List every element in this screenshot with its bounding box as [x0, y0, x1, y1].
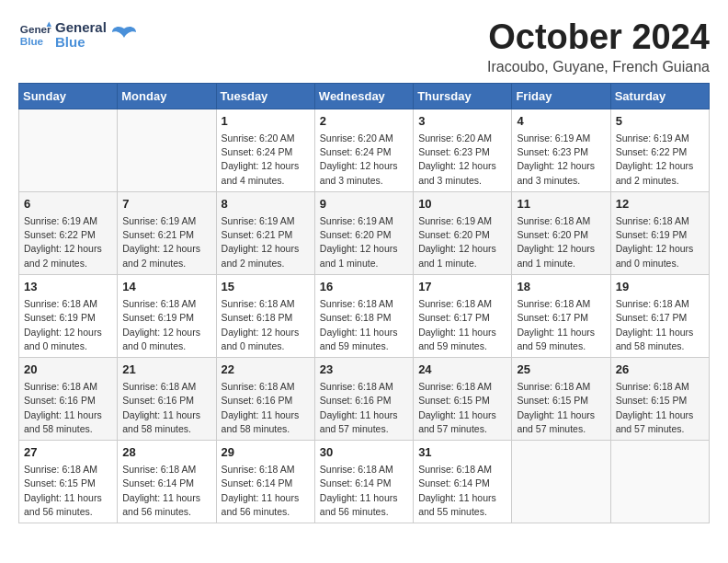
day-info: Sunrise: 6:18 AM Sunset: 6:16 PM Dayligh… [222, 380, 310, 436]
logo-general-text: General [55, 19, 107, 35]
calendar-day-15: 15Sunrise: 6:18 AM Sunset: 6:18 PM Dayli… [216, 274, 314, 357]
day-number: 17 [418, 279, 506, 295]
day-info: Sunrise: 6:20 AM Sunset: 6:24 PM Dayligh… [222, 132, 310, 188]
day-header-monday: Monday [118, 83, 216, 109]
day-number: 15 [222, 279, 310, 295]
calendar-day-1: 1Sunrise: 6:20 AM Sunset: 6:24 PM Daylig… [216, 109, 314, 191]
calendar-day-22: 22Sunrise: 6:18 AM Sunset: 6:16 PM Dayli… [216, 357, 314, 440]
calendar-day-23: 23Sunrise: 6:18 AM Sunset: 6:16 PM Dayli… [314, 357, 413, 440]
day-info: Sunrise: 6:19 AM Sunset: 6:21 PM Dayligh… [122, 214, 210, 270]
calendar-table: SundayMondayTuesdayWednesdayThursdayFrid… [18, 83, 710, 523]
main-title: October 2024 [487, 18, 710, 57]
calendar-day-10: 10Sunrise: 6:19 AM Sunset: 6:20 PM Dayli… [414, 191, 512, 274]
day-number: 31 [418, 444, 506, 461]
svg-text:General: General [20, 23, 51, 35]
subtitle: Iracoubo, Guyane, French Guiana [487, 59, 710, 75]
day-info: Sunrise: 6:19 AM Sunset: 6:22 PM Dayligh… [616, 132, 704, 188]
day-info: Sunrise: 6:19 AM Sunset: 6:22 PM Dayligh… [24, 214, 112, 270]
day-number: 5 [616, 113, 704, 130]
day-header-friday: Friday [512, 83, 610, 109]
day-info: Sunrise: 6:18 AM Sunset: 6:14 PM Dayligh… [418, 463, 506, 519]
calendar-week-row: 13Sunrise: 6:18 AM Sunset: 6:19 PM Dayli… [19, 274, 710, 357]
calendar-day-4: 4Sunrise: 6:19 AM Sunset: 6:23 PM Daylig… [512, 109, 610, 191]
day-info: Sunrise: 6:18 AM Sunset: 6:14 PM Dayligh… [222, 463, 310, 519]
day-info: Sunrise: 6:18 AM Sunset: 6:16 PM Dayligh… [320, 380, 408, 436]
day-number: 25 [517, 362, 605, 378]
calendar-day-8: 8Sunrise: 6:19 AM Sunset: 6:21 PM Daylig… [216, 191, 314, 274]
calendar-week-row: 6Sunrise: 6:19 AM Sunset: 6:22 PM Daylig… [19, 191, 710, 274]
day-number: 4 [517, 113, 605, 130]
day-info: Sunrise: 6:18 AM Sunset: 6:19 PM Dayligh… [24, 297, 112, 353]
calendar-day-7: 7Sunrise: 6:19 AM Sunset: 6:21 PM Daylig… [118, 191, 216, 274]
logo-icon: General Blue [18, 18, 51, 52]
day-number: 16 [320, 279, 408, 295]
day-header-thursday: Thursday [414, 83, 512, 109]
calendar-day-25: 25Sunrise: 6:18 AM Sunset: 6:15 PM Dayli… [512, 357, 610, 440]
calendar-day-6: 6Sunrise: 6:19 AM Sunset: 6:22 PM Daylig… [19, 191, 118, 274]
day-info: Sunrise: 6:18 AM Sunset: 6:18 PM Dayligh… [320, 297, 408, 353]
day-info: Sunrise: 6:19 AM Sunset: 6:21 PM Dayligh… [222, 214, 310, 270]
day-info: Sunrise: 6:18 AM Sunset: 6:17 PM Dayligh… [517, 297, 605, 353]
day-number: 3 [418, 113, 506, 130]
calendar-empty-cell [19, 109, 118, 191]
day-info: Sunrise: 6:19 AM Sunset: 6:23 PM Dayligh… [517, 132, 605, 188]
day-info: Sunrise: 6:18 AM Sunset: 6:16 PM Dayligh… [24, 380, 112, 436]
day-info: Sunrise: 6:19 AM Sunset: 6:20 PM Dayligh… [418, 214, 506, 270]
calendar-week-row: 27Sunrise: 6:18 AM Sunset: 6:15 PM Dayli… [19, 441, 710, 523]
day-number: 22 [222, 362, 310, 378]
day-info: Sunrise: 6:20 AM Sunset: 6:24 PM Dayligh… [320, 132, 408, 188]
day-info: Sunrise: 6:18 AM Sunset: 6:19 PM Dayligh… [122, 297, 210, 353]
day-header-tuesday: Tuesday [216, 83, 314, 109]
day-header-saturday: Saturday [610, 83, 709, 109]
day-number: 11 [517, 196, 605, 213]
day-info: Sunrise: 6:18 AM Sunset: 6:20 PM Dayligh… [517, 214, 605, 270]
day-number: 9 [320, 196, 408, 213]
day-number: 18 [517, 279, 605, 295]
day-number: 1 [222, 113, 310, 130]
calendar-empty-cell [118, 109, 216, 191]
day-number: 12 [616, 196, 704, 213]
day-number: 27 [24, 444, 112, 461]
calendar-day-18: 18Sunrise: 6:18 AM Sunset: 6:17 PM Dayli… [512, 274, 610, 357]
day-number: 29 [222, 444, 310, 461]
calendar-day-21: 21Sunrise: 6:18 AM Sunset: 6:16 PM Dayli… [118, 357, 216, 440]
day-info: Sunrise: 6:18 AM Sunset: 6:18 PM Dayligh… [222, 297, 310, 353]
day-number: 10 [418, 196, 506, 213]
calendar-day-3: 3Sunrise: 6:20 AM Sunset: 6:23 PM Daylig… [414, 109, 512, 191]
day-number: 26 [616, 362, 704, 378]
calendar-day-13: 13Sunrise: 6:18 AM Sunset: 6:19 PM Dayli… [19, 274, 118, 357]
day-number: 24 [418, 362, 506, 378]
day-header-sunday: Sunday [19, 83, 118, 109]
calendar-day-12: 12Sunrise: 6:18 AM Sunset: 6:19 PM Dayli… [610, 191, 709, 274]
day-number: 21 [122, 362, 210, 378]
day-header-wednesday: Wednesday [314, 83, 413, 109]
svg-text:Blue: Blue [20, 35, 44, 47]
calendar-day-14: 14Sunrise: 6:18 AM Sunset: 6:19 PM Dayli… [118, 274, 216, 357]
title-block: October 2024 Iracoubo, Guyane, French Gu… [487, 18, 710, 75]
day-info: Sunrise: 6:20 AM Sunset: 6:23 PM Dayligh… [418, 132, 506, 188]
calendar-day-5: 5Sunrise: 6:19 AM Sunset: 6:22 PM Daylig… [610, 109, 709, 191]
calendar-empty-cell [512, 441, 610, 523]
calendar-day-30: 30Sunrise: 6:18 AM Sunset: 6:14 PM Dayli… [314, 441, 413, 523]
calendar-day-19: 19Sunrise: 6:18 AM Sunset: 6:17 PM Dayli… [610, 274, 709, 357]
day-info: Sunrise: 6:18 AM Sunset: 6:16 PM Dayligh… [122, 380, 210, 436]
day-info: Sunrise: 6:18 AM Sunset: 6:15 PM Dayligh… [418, 380, 506, 436]
page-header: General Blue General Blue October 2024 I… [18, 18, 710, 75]
day-info: Sunrise: 6:18 AM Sunset: 6:15 PM Dayligh… [616, 380, 704, 436]
calendar-week-row: 20Sunrise: 6:18 AM Sunset: 6:16 PM Dayli… [19, 357, 710, 440]
calendar-week-row: 1Sunrise: 6:20 AM Sunset: 6:24 PM Daylig… [19, 109, 710, 191]
calendar-day-11: 11Sunrise: 6:18 AM Sunset: 6:20 PM Dayli… [512, 191, 610, 274]
day-number: 23 [320, 362, 408, 378]
day-info: Sunrise: 6:18 AM Sunset: 6:14 PM Dayligh… [122, 463, 210, 519]
day-number: 19 [616, 279, 704, 295]
day-info: Sunrise: 6:18 AM Sunset: 6:15 PM Dayligh… [517, 380, 605, 436]
logo-blue-text: Blue [55, 34, 85, 50]
day-number: 7 [122, 196, 210, 213]
day-info: Sunrise: 6:18 AM Sunset: 6:17 PM Dayligh… [616, 297, 704, 353]
logo-swoosh-icon [110, 21, 138, 49]
day-info: Sunrise: 6:18 AM Sunset: 6:17 PM Dayligh… [418, 297, 506, 353]
day-info: Sunrise: 6:18 AM Sunset: 6:14 PM Dayligh… [320, 463, 408, 519]
calendar-day-17: 17Sunrise: 6:18 AM Sunset: 6:17 PM Dayli… [414, 274, 512, 357]
calendar-day-28: 28Sunrise: 6:18 AM Sunset: 6:14 PM Dayli… [118, 441, 216, 523]
calendar-day-31: 31Sunrise: 6:18 AM Sunset: 6:14 PM Dayli… [414, 441, 512, 523]
